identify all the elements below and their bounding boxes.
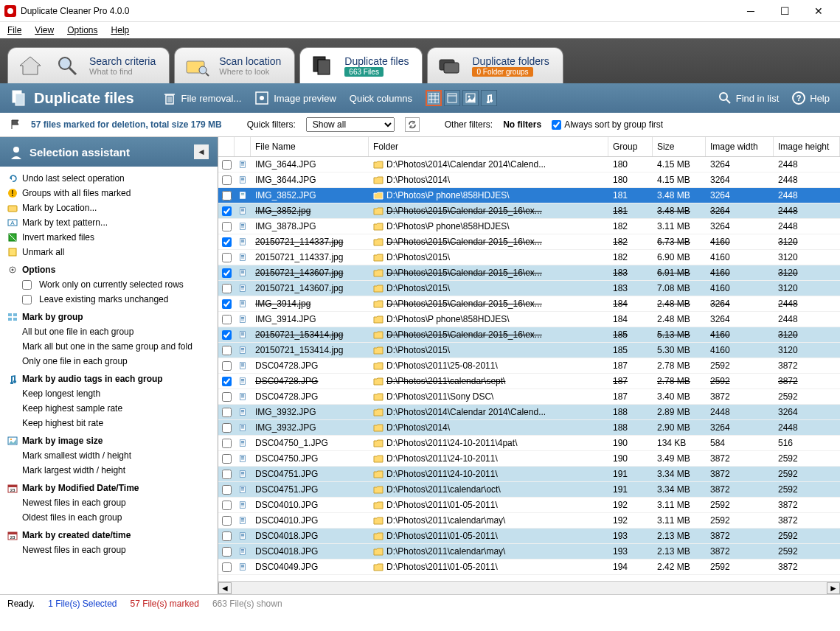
row-checkbox[interactable]: [222, 547, 232, 557]
row-checkbox[interactable]: [222, 191, 232, 201]
sidebar-item[interactable]: Keep highest sample rate: [3, 401, 215, 416]
table-row[interactable]: DSC04750_1.JPGD:\Photos\2011\24-10-2011\…: [218, 436, 840, 451]
table-row[interactable]: DSC04049.JPGD:\Photos\2011\01-05-2011\19…: [218, 559, 840, 575]
table-row[interactable]: IMG_3878.JPGD:\Photos\P phone\858HDJES\1…: [218, 219, 840, 234]
row-checkbox[interactable]: [222, 253, 232, 262]
sidebar-item[interactable]: Mark by Location...: [3, 201, 215, 215]
table-row[interactable]: DSC04728.JPGD:\Photos\2011\25-08-2011\18…: [218, 358, 840, 374]
table-row[interactable]: IMG_3644.JPGD:\Photos\2014\1804.15 MB326…: [218, 172, 840, 188]
table-row[interactable]: DSC04751.JPGD:\Photos\2011\calendar\oct\…: [218, 482, 840, 498]
col-imgheight[interactable]: Image height: [774, 137, 840, 156]
sidebar-item[interactable]: !Groups with all files marked: [3, 186, 215, 201]
find-in-list-button[interactable]: Find in list: [718, 91, 780, 105]
sidebar-item[interactable]: 23Mark by Modified Date/Time: [3, 481, 215, 495]
quick-column-grid-button[interactable]: [426, 90, 442, 106]
collapse-button[interactable]: ◄: [194, 144, 209, 159]
sidebar-item[interactable]: Keep highest bit rate: [3, 416, 215, 430]
table-row[interactable]: 20150721_114337.jpgD:\Photos\2015\Calend…: [218, 234, 840, 250]
sidebar-item[interactable]: Newest files in each group: [3, 495, 215, 510]
sidebar-item[interactable]: Mark by group: [3, 310, 215, 324]
row-checkbox[interactable]: [222, 439, 232, 448]
quick-column-window-button[interactable]: [444, 90, 460, 106]
table-row[interactable]: 20150721_143607.jpgD:\Photos\2015\Calend…: [218, 265, 840, 281]
tab-scan-location[interactable]: Scan locationWhere to look: [174, 47, 295, 83]
table-row[interactable]: DSC04728.JPGD:\Photos\2011\Sony DSC\1873…: [218, 389, 840, 405]
row-checkbox[interactable]: [222, 222, 232, 231]
table-row[interactable]: IMG_3644.JPGD:\Photos\2014\Calendar 2014…: [218, 157, 840, 172]
sidebar-item[interactable]: Leave existing marks unchanged: [3, 292, 215, 307]
sidebar-item[interactable]: Newest files in each group: [3, 543, 215, 557]
sidebar-item[interactable]: Work only on currently selected rows: [3, 277, 215, 292]
quick-filter-select[interactable]: Show all: [306, 117, 395, 132]
menu-file[interactable]: File: [7, 25, 21, 35]
help-button[interactable]: ? Help: [792, 91, 830, 105]
row-checkbox[interactable]: [222, 284, 232, 293]
sidebar-item[interactable]: All but one file in each group: [3, 324, 215, 339]
row-checkbox[interactable]: [222, 516, 232, 526]
sidebar-item[interactable]: Only one file in each group: [3, 354, 215, 369]
row-checkbox[interactable]: [222, 531, 232, 541]
sidebar-item[interactable]: Oldest files in each group: [3, 510, 215, 525]
sidebar-item[interactable]: 23Mark by created date/time: [3, 528, 215, 543]
row-checkbox[interactable]: [222, 346, 232, 355]
table-row[interactable]: DSC04018.JPGD:\Photos\2011\calendar\may\…: [218, 544, 840, 559]
row-checkbox[interactable]: [222, 175, 232, 185]
sidebar-item[interactable]: Unmark all: [3, 245, 215, 259]
row-checkbox[interactable]: [222, 470, 232, 479]
table-row[interactable]: 20150721_153414.jpgD:\Photos\2015\Calend…: [218, 327, 840, 343]
minimize-button[interactable]: ─: [734, 0, 768, 22]
refresh-button[interactable]: [405, 117, 420, 132]
table-body[interactable]: IMG_3644.JPGD:\Photos\2014\Calendar 2014…: [218, 157, 840, 581]
menu-view[interactable]: View: [35, 25, 54, 35]
tab-duplicate-files[interactable]: Duplicate files663 Files: [299, 47, 423, 83]
sidebar-item[interactable]: Mark largest width / height: [3, 463, 215, 478]
col-group[interactable]: Group: [608, 137, 653, 156]
table-row[interactable]: IMG_3914.jpgD:\Photos\2015\Calendar 2015…: [218, 296, 840, 312]
row-checkbox[interactable]: [222, 392, 232, 402]
row-checkbox[interactable]: [222, 562, 232, 572]
table-row[interactable]: DSC04751.JPGD:\Photos\2011\24-10-2011\19…: [218, 467, 840, 482]
row-checkbox[interactable]: [222, 299, 232, 309]
sidebar-item[interactable]: Mark all but one in the same group and f…: [3, 339, 215, 354]
sidebar-item[interactable]: Invert marked files: [3, 230, 215, 245]
tab-duplicate-folders[interactable]: Duplicate folders0 Folder groups: [427, 47, 563, 83]
tab-search-criteria[interactable]: Search criteriaWhat to find: [7, 47, 170, 83]
table-row[interactable]: IMG_3914.JPGD:\Photos\P phone\858HDJES\1…: [218, 312, 840, 327]
quick-column-music-button[interactable]: [481, 90, 497, 106]
table-row[interactable]: 20150721_114337.jpgD:\Photos\2015\1826.9…: [218, 250, 840, 265]
col-size[interactable]: Size: [653, 137, 706, 156]
row-checkbox[interactable]: [222, 206, 232, 216]
scroll-right-button[interactable]: ►: [827, 582, 840, 594]
sidebar-item[interactable]: Mark smallest width / height: [3, 448, 215, 463]
row-checkbox[interactable]: [222, 330, 232, 340]
sidebar-item[interactable]: Options: [3, 262, 215, 277]
file-removal-button[interactable]: File removal...: [162, 91, 242, 105]
table-row[interactable]: IMG_3852.JPGD:\Photos\P phone\858HDJES\1…: [218, 188, 840, 203]
table-row[interactable]: DSC04728.JPGD:\Photos\2011\calendar\sept…: [218, 374, 840, 389]
table-row[interactable]: IMG_3932.JPGD:\Photos\2014\1882.90 MB326…: [218, 420, 840, 436]
row-checkbox[interactable]: [222, 454, 232, 464]
quick-column-image-button[interactable]: [462, 90, 479, 106]
sidebar-item[interactable]: Mark by image size: [3, 433, 215, 448]
sidebar-item[interactable]: Keep longest length: [3, 386, 215, 401]
table-row[interactable]: DSC04010.JPGD:\Photos\2011\calendar\may\…: [218, 513, 840, 529]
col-folder[interactable]: Folder: [369, 137, 608, 156]
maximize-button[interactable]: ☐: [768, 0, 802, 22]
table-row[interactable]: 20150721_143607.jpgD:\Photos\2015\1837.0…: [218, 281, 840, 296]
scroll-left-button[interactable]: ◄: [218, 582, 232, 594]
sidebar-item[interactable]: Mark by audio tags in each group: [3, 372, 215, 386]
row-checkbox[interactable]: [222, 315, 232, 324]
row-checkbox[interactable]: [222, 268, 232, 278]
row-checkbox[interactable]: [222, 501, 232, 510]
sidebar-item[interactable]: Undo last select operation: [3, 171, 215, 186]
row-checkbox[interactable]: [222, 377, 232, 386]
col-imgwidth[interactable]: Image width: [706, 137, 774, 156]
image-preview-button[interactable]: Image preview: [254, 91, 336, 105]
menu-options[interactable]: Options: [67, 25, 97, 35]
row-checkbox[interactable]: [222, 361, 232, 371]
sidebar-item[interactable]: AMark by text pattern...: [3, 215, 215, 230]
table-row[interactable]: IMG_3852.jpgD:\Photos\2015\Calendar 2015…: [218, 203, 840, 219]
row-checkbox[interactable]: [222, 160, 232, 170]
horizontal-scrollbar[interactable]: ◄ ►: [218, 581, 840, 594]
table-row[interactable]: DSC04750.JPGD:\Photos\2011\24-10-2011\19…: [218, 451, 840, 467]
